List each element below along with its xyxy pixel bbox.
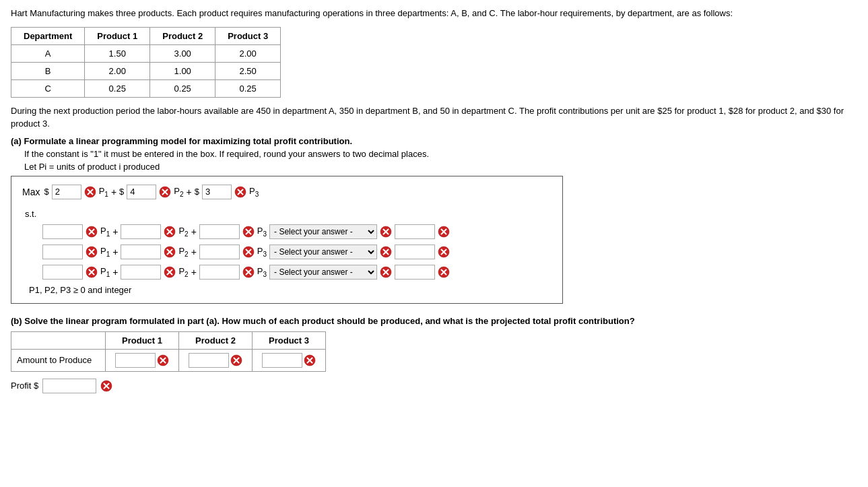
c3-plus-2: + xyxy=(191,267,197,278)
amount-p2-input[interactable] xyxy=(189,353,229,368)
c3-p2-label: P2 xyxy=(178,266,188,278)
c2-coeff1-clear[interactable] xyxy=(86,246,98,258)
hint-text: If the constant is "1" it must be entere… xyxy=(24,149,857,159)
table-cell: 2.00 xyxy=(85,62,150,79)
c3-p3-label: P3 xyxy=(257,266,267,278)
c2-inequality-select[interactable]: - Select your answer - ≤ ≥ = xyxy=(269,245,377,259)
table-cell: 2.50 xyxy=(215,62,281,79)
let-line: Let Pi = units of product i produced xyxy=(24,162,857,172)
c2-p2-label: P2 xyxy=(178,246,188,258)
c1-rhs-input[interactable] xyxy=(395,224,435,239)
table-cell: 2.00 xyxy=(215,44,281,62)
c2-coeff3-clear[interactable] xyxy=(242,246,255,258)
c1-coeff1-clear[interactable] xyxy=(86,226,98,238)
table-cell: 0.25 xyxy=(85,79,150,97)
table-cell: 1.50 xyxy=(85,44,150,62)
c1-plus-2: + xyxy=(191,226,197,237)
max-label: Max xyxy=(22,187,40,197)
intro-text: Hart Manufacturing makes three products.… xyxy=(11,7,857,20)
st-label: s.t. xyxy=(25,209,552,219)
c1-p1-label: P1 xyxy=(100,226,110,238)
result-col-p3: Product 3 xyxy=(253,331,326,349)
result-amount-row: Amount to Produce xyxy=(11,349,326,371)
c3-coeff3-input[interactable] xyxy=(199,265,240,280)
c2-plus-1: + xyxy=(112,247,118,257)
result-col-empty xyxy=(11,331,106,349)
c1-coeff2-clear[interactable] xyxy=(164,226,176,238)
amount-label: Amount to Produce xyxy=(11,349,106,371)
table-cell: 3.00 xyxy=(150,44,215,62)
c1-coeff2-input[interactable] xyxy=(121,224,161,239)
c3-rhs-input[interactable] xyxy=(395,265,435,280)
part-a-label: (a) Formulate a linear programming model… xyxy=(11,136,857,146)
c3-inequality-select[interactable]: - Select your answer - ≤ ≥ = xyxy=(269,265,377,280)
c3-rhs-clear[interactable] xyxy=(438,266,450,278)
c1-p2-label: P2 xyxy=(178,226,188,238)
constraint-row-3: P1 + P2 + P3 - Select your answer - ≤ ≥ … xyxy=(42,265,552,280)
amount-p2-cell xyxy=(179,349,253,371)
profit-label: Profit $ xyxy=(11,381,38,391)
c1-rhs-clear[interactable] xyxy=(438,226,450,238)
max-row: Max $ P1 + $ P2 + $ P3 xyxy=(22,185,552,199)
c2-inequality-clear[interactable] xyxy=(380,246,392,258)
c3-coeff3-clear[interactable] xyxy=(242,266,255,278)
amount-p1-clear[interactable] xyxy=(157,354,169,366)
plus-1: + xyxy=(111,187,116,197)
c2-coeff2-clear[interactable] xyxy=(164,246,176,258)
plus-2: + xyxy=(187,187,192,197)
result-col-p1: Product 1 xyxy=(106,331,179,349)
c3-p1-label: P1 xyxy=(100,266,110,278)
p1-label-max: P1 xyxy=(99,186,108,198)
c3-coeff2-clear[interactable] xyxy=(164,266,176,278)
constraint-row-1: P1 + P2 + P3 - Select your answer - ≤ ≥ … xyxy=(42,224,552,239)
c3-coeff2-input[interactable] xyxy=(121,265,161,280)
amount-p1-input[interactable] xyxy=(115,353,156,368)
max-coeff3-input[interactable] xyxy=(202,185,232,199)
c1-inequality-select[interactable]: - Select your answer - ≤ ≥ = xyxy=(269,224,377,239)
profit-row: Profit $ xyxy=(11,379,857,393)
c2-plus-2: + xyxy=(191,247,197,257)
c1-plus-1: + xyxy=(112,226,118,237)
c3-plus-1: + xyxy=(112,267,118,278)
c3-inequality-clear[interactable] xyxy=(380,266,392,278)
profit-input[interactable] xyxy=(42,379,96,393)
c1-coeff1-input[interactable] xyxy=(42,224,83,239)
max-coeff2-clear[interactable] xyxy=(159,186,171,198)
c1-p3-label: P3 xyxy=(257,226,267,238)
table-cell: 0.25 xyxy=(215,79,281,97)
c3-coeff1-input[interactable] xyxy=(42,265,83,280)
p2-label-max: P2 xyxy=(174,186,183,198)
dollar-sign-3: $ xyxy=(195,187,199,197)
profit-clear[interactable] xyxy=(100,380,112,392)
amount-p1-cell xyxy=(106,349,179,371)
table-cell: 0.25 xyxy=(150,79,215,97)
c1-coeff3-input[interactable] xyxy=(199,224,240,239)
col-header-dept: Department xyxy=(11,27,85,44)
c2-p3-label: P3 xyxy=(257,246,267,258)
max-coeff2-input[interactable] xyxy=(127,185,156,199)
amount-p3-clear[interactable] xyxy=(304,354,316,366)
c1-inequality-clear[interactable] xyxy=(380,226,392,238)
table-cell: C xyxy=(11,79,85,97)
amount-p3-input[interactable] xyxy=(262,353,302,368)
max-coeff1-input[interactable] xyxy=(52,185,81,199)
p3-label-max: P3 xyxy=(249,186,259,198)
col-header-p1: Product 1 xyxy=(85,27,150,44)
c2-rhs-clear[interactable] xyxy=(438,246,450,258)
max-coeff1-clear[interactable] xyxy=(84,186,96,198)
result-col-p2: Product 2 xyxy=(179,331,253,349)
c2-coeff2-input[interactable] xyxy=(121,245,161,259)
dollar-sign-2: $ xyxy=(119,187,124,197)
dollar-sign-1: $ xyxy=(44,187,48,197)
amount-p2-clear[interactable] xyxy=(230,354,242,366)
c2-rhs-input[interactable] xyxy=(395,245,435,259)
paragraph2: During the next production period the la… xyxy=(11,104,857,131)
c2-coeff3-input[interactable] xyxy=(199,245,240,259)
c1-coeff3-clear[interactable] xyxy=(242,226,255,238)
c3-coeff1-clear[interactable] xyxy=(86,266,98,278)
amount-p3-cell xyxy=(253,349,326,371)
max-coeff3-clear[interactable] xyxy=(234,186,246,198)
non-negativity: P1, P2, P3 ≥ 0 and integer xyxy=(29,285,552,295)
part-b-label: (b) Solve the linear program formulated … xyxy=(11,316,857,326)
c2-coeff1-input[interactable] xyxy=(42,245,83,259)
